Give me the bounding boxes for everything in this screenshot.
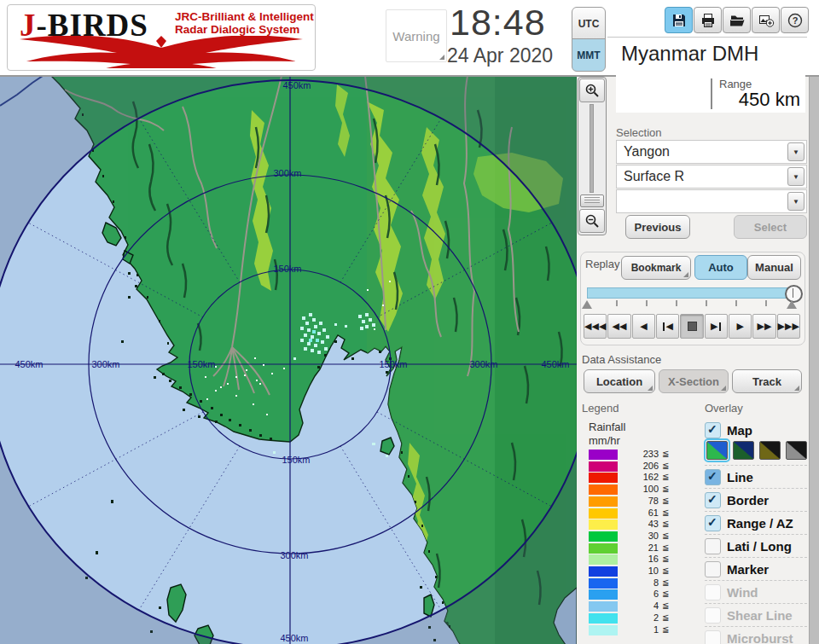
station-dropdown[interactable]: Yangon ▼ — [616, 140, 807, 164]
overlay-item-microburst[interactable]: Microburst — [705, 626, 807, 644]
legend-color-swatch — [589, 625, 618, 635]
mmt-button[interactable]: MMT — [572, 38, 606, 72]
checkbox[interactable] — [705, 469, 721, 485]
help-button[interactable]: ? — [781, 7, 809, 33]
rewind-button[interactable]: ◀◀ — [607, 314, 630, 339]
checkbox[interactable] — [705, 607, 721, 624]
checkbox[interactable] — [705, 584, 721, 600]
utc-button[interactable]: UTC — [572, 7, 606, 40]
map-style-green-blue[interactable] — [706, 441, 728, 460]
overlay-item-map[interactable]: Map — [705, 419, 807, 441]
step-back-button[interactable]: ◀ — [632, 314, 655, 339]
zoom-out-button[interactable] — [579, 209, 605, 233]
warning-label: Warning — [392, 29, 439, 44]
ring-label: 150km — [379, 359, 407, 369]
checkbox[interactable] — [705, 492, 721, 508]
map-style-olive[interactable] — [759, 441, 781, 460]
legend-row: 4≦ — [589, 601, 682, 612]
skip-to-end-button[interactable]: ▶ — [705, 314, 728, 339]
legend-leq-symbol: ≦ — [662, 612, 669, 622]
auto-button[interactable]: Auto — [694, 255, 747, 280]
legend-value: 8 — [619, 577, 659, 588]
slider-tick — [676, 300, 677, 306]
legend-row: 43≦ — [589, 519, 682, 531]
legend-row: 2≦ — [589, 613, 682, 624]
legend-color-swatch — [589, 531, 618, 542]
slider-end-marker-icon[interactable] — [787, 300, 797, 309]
x-section-button[interactable]: X-Section — [659, 369, 729, 393]
zoom-slider-track[interactable] — [590, 104, 594, 193]
chevron-down-icon[interactable]: ▼ — [787, 142, 804, 161]
slider-ticks — [616, 300, 770, 307]
open-folder-button[interactable] — [723, 7, 751, 33]
overlay-item-label: Line — [727, 470, 753, 484]
legend-leq-symbol: ≦ — [662, 542, 669, 552]
checkbox[interactable] — [705, 561, 721, 577]
panel-collapse-strip[interactable] — [809, 38, 819, 644]
legend-leq-symbol: ≦ — [662, 531, 669, 540]
legend-value: 1 — [619, 624, 659, 635]
legend-color-swatch — [589, 578, 618, 589]
overlay-item-range-az[interactable]: Range / AZ — [705, 511, 807, 534]
checkbox[interactable] — [705, 630, 721, 644]
slider-tick — [646, 300, 648, 306]
chevron-down-icon[interactable]: ▼ — [787, 167, 804, 186]
slider-start-marker-icon[interactable] — [582, 300, 592, 309]
clock-time: 18:48 — [450, 2, 546, 44]
panel-divider — [607, 37, 807, 38]
checkbox[interactable] — [705, 538, 721, 554]
legend-row: 10≦ — [589, 566, 682, 577]
checkbox[interactable] — [705, 422, 721, 438]
radar-map[interactable]: 450km300km150km150km300km450km450km300km… — [0, 75, 577, 644]
legend-value: 162 — [619, 472, 659, 482]
select-button[interactable]: Select — [734, 215, 807, 239]
replay-slider-track[interactable] — [587, 287, 797, 299]
skip-to-start-button[interactable]: ◀ — [656, 314, 679, 339]
zoom-in-button[interactable] — [579, 78, 605, 102]
play-button[interactable]: ▶ — [729, 314, 752, 339]
zoom-in-icon — [584, 83, 600, 98]
overlay-item-marker[interactable]: Marker — [705, 557, 807, 580]
legend-value: 10 — [619, 566, 659, 576]
overlay-item-wind[interactable]: Wind — [705, 580, 807, 603]
map-style-dark-green[interactable] — [733, 441, 754, 460]
product-dropdown[interactable]: Surface R ▼ — [616, 165, 807, 189]
bookmark-button[interactable]: Bookmark — [621, 256, 691, 280]
legend-color-swatch — [589, 613, 618, 624]
legend-row: 16≦ — [589, 554, 682, 566]
overlay-item-label: Border — [727, 493, 769, 508]
legend-color-swatch — [589, 519, 618, 530]
map-style-gray[interactable] — [786, 441, 807, 460]
legend-leq-symbol: ≦ — [662, 519, 669, 528]
legend-value: 206 — [619, 461, 659, 471]
legend-value: 78 — [619, 496, 659, 506]
legend-row: 1≦ — [589, 625, 682, 636]
warning-button[interactable]: Warning — [386, 9, 447, 62]
export-image-button[interactable] — [752, 7, 780, 33]
forward-button[interactable]: ▶▶ — [752, 314, 775, 339]
track-button[interactable]: Track — [732, 369, 802, 393]
stop-button[interactable] — [680, 314, 703, 339]
previous-button[interactable]: Previous — [625, 215, 690, 239]
overlay-item-line[interactable]: Line — [705, 465, 807, 488]
checkbox[interactable] — [705, 515, 721, 531]
zoom-slider-handle[interactable] — [580, 194, 604, 207]
jbirds-logo: J-BIRDS JRC-Brilliant & Intelligent Rada… — [7, 4, 316, 71]
legend-leq-symbol: ≦ — [662, 554, 669, 563]
sub-option-dropdown[interactable]: ▼ — [616, 189, 807, 213]
help-icon: ? — [787, 12, 804, 29]
overlay-item-border[interactable]: Border — [705, 488, 807, 511]
legend-leq-symbol: ≦ — [662, 484, 669, 493]
print-button[interactable] — [694, 7, 722, 33]
forward-fastest-button[interactable]: ▶▶▶ — [777, 314, 800, 339]
chevron-down-icon[interactable]: ▼ — [787, 192, 804, 211]
ring-label: 450km — [280, 633, 308, 643]
rewind-fastest-button[interactable]: ◀◀◀ — [584, 314, 607, 339]
location-button[interactable]: Location — [584, 369, 655, 393]
legend-row: 100≦ — [589, 484, 682, 496]
overlay-item-shear-line[interactable]: Shear Line — [705, 603, 807, 626]
save-button[interactable] — [665, 7, 693, 33]
manual-button[interactable]: Manual — [747, 255, 801, 280]
overlay-item-lati-long[interactable]: Lati / Long — [705, 534, 807, 557]
legend-leq-symbol: ≦ — [662, 496, 669, 505]
